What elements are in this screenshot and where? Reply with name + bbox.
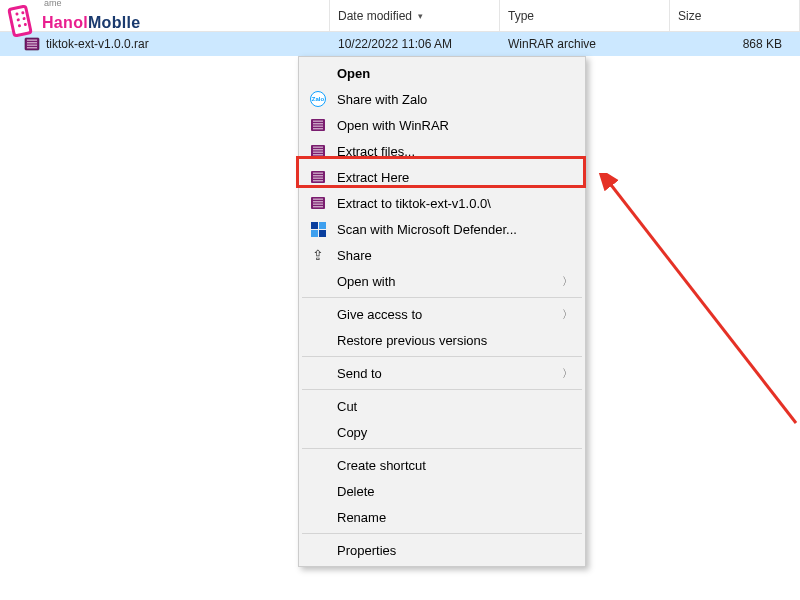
col-size[interactable]: Size (670, 0, 800, 31)
svg-rect-22 (313, 199, 323, 200)
logo-sub: ame (44, 0, 62, 8)
menu-extract-to[interactable]: Extract to tiktok-ext-v1.0.0\ (301, 190, 583, 216)
separator (302, 533, 582, 534)
svg-rect-10 (313, 128, 323, 129)
col-size-label: Size (678, 9, 701, 23)
menu-open[interactable]: Open (301, 60, 583, 86)
zalo-icon: Zalo (309, 90, 327, 108)
separator (302, 297, 582, 298)
share-icon: ⇪ (309, 246, 327, 264)
svg-rect-14 (313, 152, 323, 153)
menu-give-access[interactable]: Give access to 〉 (301, 301, 583, 327)
winrar-icon (309, 194, 327, 212)
svg-rect-20 (313, 180, 323, 181)
svg-rect-5 (27, 47, 37, 48)
chevron-right-icon: 〉 (562, 274, 573, 289)
col-type-label: Type (508, 9, 534, 23)
svg-rect-18 (313, 175, 323, 176)
separator (302, 389, 582, 390)
sort-desc-icon: ▾ (418, 11, 423, 21)
menu-send-to[interactable]: Send to 〉 (301, 360, 583, 386)
menu-copy[interactable]: Copy (301, 419, 583, 445)
svg-rect-15 (313, 154, 323, 155)
winrar-icon (309, 116, 327, 134)
menu-cut[interactable]: Cut (301, 393, 583, 419)
menu-properties[interactable]: Properties (301, 537, 583, 563)
svg-rect-25 (313, 206, 323, 207)
svg-rect-17 (313, 173, 323, 174)
menu-share-zalo[interactable]: Zalo Share with Zalo (301, 86, 583, 112)
menu-extract-here[interactable]: Extract Here (301, 164, 583, 190)
winrar-icon (309, 142, 327, 160)
logo-text: HanolMoblle (42, 14, 140, 32)
svg-rect-24 (313, 204, 323, 205)
annotation-arrow-icon (596, 173, 800, 433)
file-date: 10/22/2022 11:06 AM (330, 37, 500, 51)
menu-restore[interactable]: Restore previous versions (301, 327, 583, 353)
winrar-icon (309, 168, 327, 186)
chevron-right-icon: 〉 (562, 307, 573, 322)
col-type[interactable]: Type (500, 0, 670, 31)
svg-rect-12 (313, 147, 323, 148)
menu-open-winrar[interactable]: Open with WinRAR (301, 112, 583, 138)
svg-rect-19 (313, 178, 323, 179)
svg-rect-23 (313, 201, 323, 202)
context-menu: Open Zalo Share with Zalo Open with WinR… (298, 56, 586, 567)
menu-shortcut[interactable]: Create shortcut (301, 452, 583, 478)
menu-share[interactable]: ⇪ Share (301, 242, 583, 268)
file-size: 868 KB (670, 37, 800, 51)
svg-rect-8 (313, 123, 323, 124)
menu-rename[interactable]: Rename (301, 504, 583, 530)
watermark-logo: ame HanolMoblle (4, 0, 140, 46)
defender-icon (309, 220, 327, 238)
svg-rect-13 (313, 149, 323, 150)
separator (302, 356, 582, 357)
svg-rect-7 (313, 121, 323, 122)
phone-icon (4, 6, 38, 40)
file-type: WinRAR archive (500, 37, 670, 51)
svg-rect-9 (313, 126, 323, 127)
menu-extract-files[interactable]: Extract files... (301, 138, 583, 164)
menu-open-with[interactable]: Open with 〉 (301, 268, 583, 294)
menu-defender[interactable]: Scan with Microsoft Defender... (301, 216, 583, 242)
separator (302, 448, 582, 449)
menu-delete[interactable]: Delete (301, 478, 583, 504)
svg-line-26 (608, 181, 796, 423)
col-date[interactable]: Date modified ▾ (330, 0, 500, 31)
col-date-label: Date modified (338, 9, 412, 23)
chevron-right-icon: 〉 (562, 366, 573, 381)
